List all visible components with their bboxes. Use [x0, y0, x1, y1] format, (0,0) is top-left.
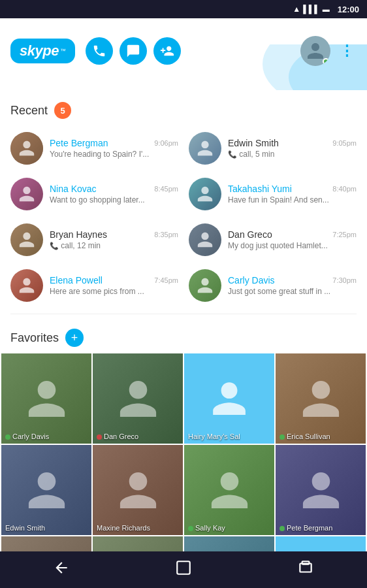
fav-label: Maxine Richards — [93, 521, 183, 535]
recent-name: Carly Davis — [228, 275, 275, 286]
avatar — [189, 132, 221, 165]
user-avatar[interactable] — [300, 36, 330, 66]
bottom-nav — [0, 551, 367, 588]
fav-item-dan[interactable]: Dan Greco — [93, 353, 183, 444]
recent-name: Pete Bergman — [50, 138, 108, 148]
recent-info: Carly Davis 7:30pm Just got some great s… — [228, 275, 357, 296]
recent-item-edwin[interactable]: Edwin Smith 9:05pm 📞 call, 5 min — [184, 125, 362, 171]
recent-title: Recent — [10, 104, 48, 118]
avatar — [189, 178, 221, 210]
status-dot — [97, 434, 102, 440]
fav-item-edwin[interactable]: Edwin Smith — [1, 445, 91, 535]
fav-item-erica[interactable]: Erica Sullivan — [276, 353, 366, 444]
recent-info: Elena Powell 7:45pm Here are some pics f… — [50, 275, 178, 296]
header-content: skype™ — [0, 18, 367, 71]
avatar — [10, 178, 43, 210]
add-person-icon — [160, 44, 174, 58]
recent-item-nina[interactable]: Nina Kovac 8:45pm Want to go shopping la… — [5, 171, 184, 217]
fav-label: Pete Bergman — [276, 521, 366, 535]
section-divider — [10, 314, 357, 314]
recents-button[interactable] — [284, 554, 327, 585]
fav-item-carly[interactable]: Carly Davis — [1, 353, 91, 444]
recent-info: Bryan Haynes 8:35pm 📞 call, 12 min — [50, 229, 178, 250]
online-dot — [188, 526, 193, 531]
header-buttons — [86, 37, 181, 65]
recent-msg: 📞 call, 12 min — [50, 241, 178, 250]
online-dot — [5, 434, 10, 440]
recent-name: Dan Greco — [228, 229, 272, 240]
recent-item-dan[interactable]: Dan Greco 7:25pm My dog just quoted Haml… — [184, 217, 362, 263]
status-icons: ▲ ▌▌▌ ▬ — [293, 5, 329, 14]
avatar — [10, 269, 43, 302]
call-icon — [92, 44, 106, 58]
add-contact-button[interactable] — [153, 37, 181, 65]
avatar — [189, 223, 221, 256]
home-button[interactable] — [162, 554, 205, 585]
recent-time: 8:45pm — [154, 185, 178, 193]
fav-label: Sally Kay — [184, 521, 274, 535]
svg-rect-2 — [177, 561, 190, 574]
favorites-section-header: Favorites + — [0, 319, 367, 353]
recent-msg: You're heading to Spain? I'... — [50, 150, 178, 159]
recent-name: Bryan Haynes — [50, 229, 107, 240]
recent-msg: My dog just quoted Hamlet... — [228, 241, 357, 250]
fav-label: Erica Sullivan — [276, 430, 366, 444]
header: skype™ — [0, 18, 367, 90]
recent-time: 9:06pm — [154, 139, 178, 147]
avatar — [189, 269, 221, 302]
recent-info: Edwin Smith 9:05pm 📞 call, 5 min — [228, 138, 357, 159]
chat-icon — [126, 44, 140, 58]
fav-item-extra-2[interactable] — [93, 536, 183, 551]
chat-button[interactable] — [120, 37, 147, 65]
recent-list: Pete Bergman 9:06pm You're heading to Sp… — [0, 125, 367, 308]
back-button[interactable] — [40, 554, 83, 585]
fav-item-extra-4[interactable] — [276, 536, 366, 551]
recent-time: 7:30pm — [332, 276, 357, 284]
add-favorite-button[interactable]: + — [65, 329, 84, 347]
favorites-grid: Carly Davis Dan Greco Hairy Mary's Sal — [0, 353, 367, 551]
recent-info: Nina Kovac 8:45pm Want to go shopping la… — [50, 184, 178, 204]
recent-info: Takahashi Yumi 8:40pm Have fun in Spain!… — [228, 184, 357, 204]
signal-icon: ▌▌▌ — [303, 5, 320, 14]
avatar — [10, 132, 43, 165]
recent-item-pete[interactable]: Pete Bergman 9:06pm You're heading to Sp… — [5, 125, 184, 171]
recent-name: Takahashi Yumi — [228, 184, 292, 194]
skype-logo-box: skype™ — [10, 39, 75, 63]
recent-time: 9:05pm — [332, 139, 357, 147]
call-button[interactable] — [86, 37, 113, 65]
recent-name: Elena Powell — [50, 275, 103, 286]
recent-time: 8:35pm — [154, 231, 178, 238]
battery-icon: ▬ — [323, 5, 330, 13]
fav-item-hairy-marys-sal[interactable]: Hairy Mary's Sal — [184, 353, 274, 444]
fav-item-pete-bergman[interactable]: Pete Bergman — [276, 445, 366, 535]
recent-msg: Want to go shopping later... — [50, 195, 178, 204]
skype-tm: ™ — [60, 48, 66, 54]
recent-msg: 📞 call, 5 min — [228, 150, 357, 159]
recent-section-header: Recent 5 — [0, 90, 367, 125]
recent-info: Pete Bergman 9:06pm You're heading to Sp… — [50, 138, 178, 159]
fav-label: Edwin Smith — [1, 521, 91, 535]
fav-label: Hairy Mary's Sal — [184, 430, 274, 444]
online-dot — [279, 434, 285, 440]
recent-name: Nina Kovac — [50, 184, 97, 194]
header-right: ⋮ — [300, 36, 357, 66]
recent-item-carly[interactable]: Carly Davis 7:30pm Just got some great s… — [184, 263, 362, 308]
more-menu-button[interactable]: ⋮ — [337, 40, 357, 62]
recent-badge: 5 — [54, 102, 71, 119]
fav-item-extra-1[interactable] — [1, 536, 91, 551]
recent-item-bryan[interactable]: Bryan Haynes 8:35pm 📞 call, 12 min — [5, 217, 184, 263]
recent-msg: Just got some great stuff in ... — [228, 287, 357, 296]
recent-name: Edwin Smith — [228, 138, 279, 148]
svg-rect-4 — [302, 561, 310, 564]
skype-logo-text: skype — [20, 42, 59, 59]
fav-label: Dan Greco — [93, 430, 183, 444]
recent-item-elena[interactable]: Elena Powell 7:45pm Here are some pics f… — [5, 263, 184, 308]
fav-item-maxine[interactable]: Maxine Richards — [93, 445, 183, 535]
fav-item-extra-3[interactable] — [184, 536, 274, 551]
wifi-icon: ▲ — [293, 5, 300, 14]
fav-label: Carly Davis — [1, 430, 91, 444]
recent-msg: Here are some pics from ... — [50, 287, 178, 296]
recent-item-takahashi[interactable]: Takahashi Yumi 8:40pm Have fun in Spain!… — [184, 171, 362, 217]
avatar-person-icon — [306, 41, 325, 61]
fav-item-sally[interactable]: Sally Kay — [184, 445, 274, 535]
